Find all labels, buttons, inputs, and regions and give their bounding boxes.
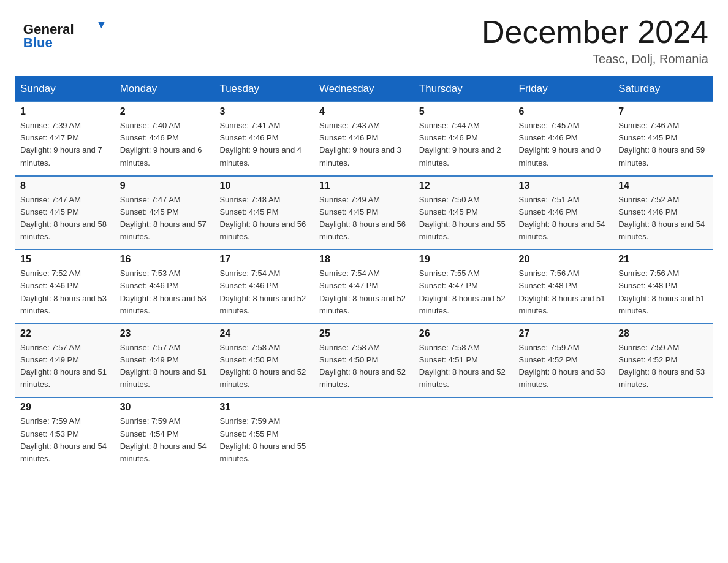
day-info: Sunrise: 7:54 AM Sunset: 4:46 PM Dayligh… bbox=[219, 267, 309, 317]
day-info: Sunrise: 7:39 AM Sunset: 4:47 PM Dayligh… bbox=[20, 120, 110, 169]
day-cell: 11 Sunrise: 7:49 AM Sunset: 4:45 PM Dayl… bbox=[314, 176, 414, 250]
day-number: 3 bbox=[219, 106, 309, 117]
day-number: 11 bbox=[319, 180, 409, 191]
day-number: 7 bbox=[618, 106, 708, 117]
day-number: 13 bbox=[519, 180, 609, 191]
day-info: Sunrise: 7:47 AM Sunset: 4:45 PM Dayligh… bbox=[20, 194, 110, 243]
calendar-table: Sunday Monday Tuesday Wednesday Thursday… bbox=[15, 76, 713, 471]
day-cell: 25 Sunrise: 7:58 AM Sunset: 4:50 PM Dayl… bbox=[314, 324, 414, 398]
day-info: Sunrise: 7:41 AM Sunset: 4:46 PM Dayligh… bbox=[219, 120, 309, 169]
day-cell: 29 Sunrise: 7:59 AM Sunset: 4:53 PM Dayl… bbox=[15, 397, 115, 471]
day-info: Sunrise: 7:58 AM Sunset: 4:51 PM Dayligh… bbox=[419, 342, 509, 391]
day-cell: 8 Sunrise: 7:47 AM Sunset: 4:45 PM Dayli… bbox=[15, 176, 115, 250]
col-friday: Friday bbox=[514, 77, 613, 102]
day-number: 15 bbox=[20, 254, 110, 265]
week-row-3: 15 Sunrise: 7:52 AM Sunset: 4:46 PM Dayl… bbox=[15, 250, 713, 324]
day-info: Sunrise: 7:45 AM Sunset: 4:46 PM Dayligh… bbox=[519, 120, 609, 169]
col-monday: Monday bbox=[115, 77, 214, 102]
day-cell: 3 Sunrise: 7:41 AM Sunset: 4:46 PM Dayli… bbox=[214, 102, 314, 176]
day-number: 24 bbox=[219, 328, 309, 339]
day-info: Sunrise: 7:58 AM Sunset: 4:50 PM Dayligh… bbox=[219, 342, 309, 391]
day-number: 2 bbox=[120, 106, 210, 117]
svg-marker-1 bbox=[98, 22, 104, 28]
day-cell: 14 Sunrise: 7:52 AM Sunset: 4:46 PM Dayl… bbox=[613, 176, 713, 250]
day-info: Sunrise: 7:55 AM Sunset: 4:47 PM Dayligh… bbox=[419, 267, 509, 317]
week-row-1: 1 Sunrise: 7:39 AM Sunset: 4:47 PM Dayli… bbox=[15, 102, 713, 176]
location: Teasc, Dolj, Romania bbox=[482, 52, 708, 66]
day-cell bbox=[514, 397, 613, 471]
svg-text:Blue: Blue bbox=[23, 35, 53, 50]
day-cell: 5 Sunrise: 7:44 AM Sunset: 4:46 PM Dayli… bbox=[414, 102, 514, 176]
day-number: 20 bbox=[519, 254, 609, 265]
day-cell: 22 Sunrise: 7:57 AM Sunset: 4:49 PM Dayl… bbox=[15, 324, 115, 398]
day-number: 16 bbox=[120, 254, 210, 265]
day-number: 21 bbox=[618, 254, 708, 265]
day-cell bbox=[414, 397, 514, 471]
day-cell: 18 Sunrise: 7:54 AM Sunset: 4:47 PM Dayl… bbox=[314, 250, 414, 324]
page-header: General Blue December 2024 Teasc, Dolj, … bbox=[0, 0, 728, 76]
day-number: 30 bbox=[120, 402, 210, 413]
day-number: 1 bbox=[20, 106, 110, 117]
day-cell: 10 Sunrise: 7:48 AM Sunset: 4:45 PM Dayl… bbox=[214, 176, 314, 250]
day-info: Sunrise: 7:59 AM Sunset: 4:52 PM Dayligh… bbox=[519, 342, 609, 391]
day-cell: 15 Sunrise: 7:52 AM Sunset: 4:46 PM Dayl… bbox=[15, 250, 115, 324]
day-info: Sunrise: 7:47 AM Sunset: 4:45 PM Dayligh… bbox=[120, 194, 210, 243]
day-number: 23 bbox=[120, 328, 210, 339]
day-info: Sunrise: 7:56 AM Sunset: 4:48 PM Dayligh… bbox=[618, 267, 708, 317]
day-number: 28 bbox=[618, 328, 708, 339]
logo: General Blue bbox=[20, 15, 105, 52]
day-number: 6 bbox=[519, 106, 609, 117]
day-cell: 23 Sunrise: 7:57 AM Sunset: 4:49 PM Dayl… bbox=[115, 324, 214, 398]
day-number: 12 bbox=[419, 180, 509, 191]
day-info: Sunrise: 7:57 AM Sunset: 4:49 PM Dayligh… bbox=[20, 342, 110, 391]
day-number: 19 bbox=[419, 254, 509, 265]
day-cell: 28 Sunrise: 7:59 AM Sunset: 4:52 PM Dayl… bbox=[613, 324, 713, 398]
day-number: 9 bbox=[120, 180, 210, 191]
week-row-5: 29 Sunrise: 7:59 AM Sunset: 4:53 PM Dayl… bbox=[15, 397, 713, 471]
day-info: Sunrise: 7:56 AM Sunset: 4:48 PM Dayligh… bbox=[519, 267, 609, 317]
day-cell: 27 Sunrise: 7:59 AM Sunset: 4:52 PM Dayl… bbox=[514, 324, 613, 398]
day-cell: 19 Sunrise: 7:55 AM Sunset: 4:47 PM Dayl… bbox=[414, 250, 514, 324]
calendar: Sunday Monday Tuesday Wednesday Thursday… bbox=[0, 76, 728, 486]
day-info: Sunrise: 7:44 AM Sunset: 4:46 PM Dayligh… bbox=[419, 120, 509, 169]
day-info: Sunrise: 7:40 AM Sunset: 4:46 PM Dayligh… bbox=[120, 120, 210, 169]
day-info: Sunrise: 7:49 AM Sunset: 4:45 PM Dayligh… bbox=[319, 194, 409, 243]
day-cell: 24 Sunrise: 7:58 AM Sunset: 4:50 PM Dayl… bbox=[214, 324, 314, 398]
calendar-header: Sunday Monday Tuesday Wednesday Thursday… bbox=[15, 77, 713, 102]
day-number: 31 bbox=[219, 402, 309, 413]
day-number: 26 bbox=[419, 328, 509, 339]
day-number: 25 bbox=[319, 328, 409, 339]
day-cell: 1 Sunrise: 7:39 AM Sunset: 4:47 PM Dayli… bbox=[15, 102, 115, 176]
day-info: Sunrise: 7:50 AM Sunset: 4:45 PM Dayligh… bbox=[419, 194, 509, 243]
month-title: December 2024 bbox=[482, 15, 708, 50]
day-cell: 31 Sunrise: 7:59 AM Sunset: 4:55 PM Dayl… bbox=[214, 397, 314, 471]
col-thursday: Thursday bbox=[414, 77, 514, 102]
week-row-2: 8 Sunrise: 7:47 AM Sunset: 4:45 PM Dayli… bbox=[15, 176, 713, 250]
header-row: Sunday Monday Tuesday Wednesday Thursday… bbox=[15, 77, 713, 102]
day-number: 14 bbox=[618, 180, 708, 191]
day-cell: 4 Sunrise: 7:43 AM Sunset: 4:46 PM Dayli… bbox=[314, 102, 414, 176]
day-info: Sunrise: 7:52 AM Sunset: 4:46 PM Dayligh… bbox=[618, 194, 708, 243]
day-cell: 30 Sunrise: 7:59 AM Sunset: 4:54 PM Dayl… bbox=[115, 397, 214, 471]
day-info: Sunrise: 7:59 AM Sunset: 4:55 PM Dayligh… bbox=[219, 415, 309, 465]
day-info: Sunrise: 7:48 AM Sunset: 4:45 PM Dayligh… bbox=[219, 194, 309, 243]
day-info: Sunrise: 7:54 AM Sunset: 4:47 PM Dayligh… bbox=[319, 267, 409, 317]
day-cell: 16 Sunrise: 7:53 AM Sunset: 4:46 PM Dayl… bbox=[115, 250, 214, 324]
week-row-4: 22 Sunrise: 7:57 AM Sunset: 4:49 PM Dayl… bbox=[15, 324, 713, 398]
day-number: 29 bbox=[20, 402, 110, 413]
title-area: December 2024 Teasc, Dolj, Romania bbox=[482, 15, 708, 66]
day-cell: 26 Sunrise: 7:58 AM Sunset: 4:51 PM Dayl… bbox=[414, 324, 514, 398]
day-number: 5 bbox=[419, 106, 509, 117]
day-number: 10 bbox=[219, 180, 309, 191]
calendar-body: 1 Sunrise: 7:39 AM Sunset: 4:47 PM Dayli… bbox=[15, 102, 713, 471]
day-number: 27 bbox=[519, 328, 609, 339]
day-cell: 9 Sunrise: 7:47 AM Sunset: 4:45 PM Dayli… bbox=[115, 176, 214, 250]
day-cell: 20 Sunrise: 7:56 AM Sunset: 4:48 PM Dayl… bbox=[514, 250, 613, 324]
col-saturday: Saturday bbox=[613, 77, 713, 102]
day-info: Sunrise: 7:59 AM Sunset: 4:52 PM Dayligh… bbox=[618, 342, 708, 391]
day-cell: 2 Sunrise: 7:40 AM Sunset: 4:46 PM Dayli… bbox=[115, 102, 214, 176]
day-cell: 13 Sunrise: 7:51 AM Sunset: 4:46 PM Dayl… bbox=[514, 176, 613, 250]
day-number: 17 bbox=[219, 254, 309, 265]
col-tuesday: Tuesday bbox=[214, 77, 314, 102]
day-cell: 12 Sunrise: 7:50 AM Sunset: 4:45 PM Dayl… bbox=[414, 176, 514, 250]
